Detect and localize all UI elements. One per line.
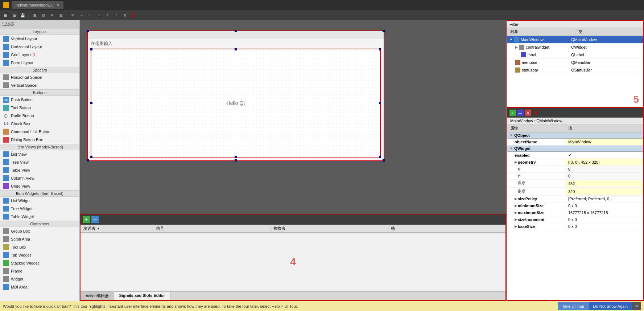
widget-item-push-button[interactable]: OK Push Button xyxy=(0,96,79,104)
do-not-show-button[interactable]: Do Not Show Again xyxy=(589,302,632,310)
align-right-button[interactable]: ⊣ xyxy=(95,11,103,19)
outer-handle-bc[interactable] xyxy=(235,159,237,161)
signals-add-button[interactable]: + xyxy=(83,216,90,223)
col-signal[interactable]: 信号 xyxy=(153,225,271,232)
props-row-sizeincrement[interactable]: ▶ sizeIncrement 0 x 0 xyxy=(507,216,643,223)
widget-item-tool-box[interactable]: Tool Box xyxy=(0,243,79,251)
height-value[interactable]: 320 xyxy=(565,188,643,195)
sizepolicy-value[interactable]: [Preferred, Preferred, 0,... xyxy=(565,196,643,202)
widget-item-form-layout[interactable]: Form Layout xyxy=(0,59,79,67)
props-add-button[interactable]: + xyxy=(509,110,516,116)
handle-tr[interactable] xyxy=(379,48,381,50)
props-row-width[interactable]: 宽度 452 xyxy=(507,180,643,188)
inspector-row-centralwidget[interactable]: ▶ centralwidget QWidget xyxy=(507,44,643,51)
x-value[interactable]: 0 xyxy=(565,166,643,172)
widget-item-vertical-layout[interactable]: Vertical Layout xyxy=(0,35,79,43)
status-close-button[interactable]: ✕ xyxy=(632,302,641,310)
col-slot[interactable]: 槽 xyxy=(388,225,505,232)
basesize-value[interactable]: 0 x 0 xyxy=(565,223,643,230)
widget-item-group-box[interactable]: Group Box xyxy=(0,227,79,235)
props-row-height[interactable]: 高度 320 xyxy=(507,188,643,196)
handle-tl[interactable] xyxy=(90,48,92,50)
widget-item-column-view[interactable]: Column View xyxy=(0,174,79,182)
adjust-size-button[interactable]: ↔ xyxy=(78,11,86,19)
inspector-row-menubar[interactable]: menubar QMenuBar xyxy=(507,59,643,66)
new-button[interactable]: ⊞ xyxy=(1,11,9,19)
widget-item-vertical-spacer[interactable]: Vertical Spacer xyxy=(0,81,79,89)
take-tour-button[interactable]: Take UI Tour xyxy=(558,302,589,310)
main-window-widget[interactable]: 在这里输入 Hello Qt xyxy=(87,30,384,161)
props-row-geometry[interactable]: ▶ geometry [(0, 0), 452 x 320] xyxy=(507,159,643,166)
handle-bl[interactable] xyxy=(90,156,92,158)
props-close-button[interactable]: ✕ xyxy=(525,110,531,116)
tab-signals-slots[interactable]: Signals and Slots Editor xyxy=(114,292,171,300)
tab-action-editor[interactable]: Action编辑器 xyxy=(80,292,114,300)
widget-item-tree-view[interactable]: Tree View xyxy=(0,158,79,166)
widget-item-horizontal-spacer[interactable]: Horizontal Spacer xyxy=(0,73,79,81)
layout-form-button[interactable]: ▥ xyxy=(57,11,65,19)
handle-ml[interactable] xyxy=(90,102,92,104)
outer-handle-tr[interactable] xyxy=(383,30,385,32)
widget-item-tool-button[interactable]: Tool Button xyxy=(0,104,79,112)
open-button[interactable]: 🗁 xyxy=(10,11,18,19)
col-receiver[interactable]: 接收者 xyxy=(271,225,388,232)
geometry-value[interactable]: [(0, 0), 452 x 320] xyxy=(565,159,643,165)
color-button[interactable]: ⊠ xyxy=(121,11,129,19)
handle-bc[interactable] xyxy=(235,156,237,158)
minsize-value[interactable]: 0 x 0 xyxy=(565,202,643,209)
props-group-qwidget[interactable]: ▼ QWidget xyxy=(507,146,643,152)
align-top-button[interactable]: ⊤ xyxy=(104,11,112,19)
widget-item-table-view[interactable]: Table View xyxy=(0,166,79,174)
widget-item-stacked-widget[interactable]: Stacked Widget xyxy=(0,259,79,267)
handle-mr[interactable] xyxy=(379,102,381,104)
widget-item-mdi-area[interactable]: MDI Area xyxy=(0,283,79,291)
props-remove-button[interactable]: — xyxy=(517,110,524,116)
inspector-row-label[interactable]: label QLabel xyxy=(507,51,643,59)
designer-canvas[interactable]: 3 在这里输入 Hello Qt xyxy=(80,20,506,214)
widget-item-widget[interactable]: Widget xyxy=(0,275,79,283)
widget-item-grid-layout[interactable]: Grid Layout 1 xyxy=(0,51,79,59)
widget-item-scroll-area[interactable]: Scroll Area xyxy=(0,235,79,243)
align-left-button[interactable]: ⊢ xyxy=(86,11,94,19)
layout-v-button[interactable]: ▦ xyxy=(31,11,39,19)
widget-item-check-box[interactable]: ☑ Check Box xyxy=(0,120,79,128)
widget-item-horizontal-layout[interactable]: Horizontal Layout xyxy=(0,43,79,51)
inspector-row-mainwindow[interactable]: ▼ MainWindow QMainWindow xyxy=(507,36,643,44)
props-row-objectname[interactable]: objectName MainWindow xyxy=(507,139,643,146)
inspector-row-statusbar[interactable]: statusbar QStatusBar xyxy=(507,66,643,74)
props-row-maxsize[interactable]: ▶ maximumSize 16777215 x 16777215 xyxy=(507,209,643,216)
props-row-enabled[interactable]: enabled ✔ xyxy=(507,152,643,159)
outer-handle-tc[interactable] xyxy=(235,30,237,32)
widget-item-radio-button[interactable]: ⊙ Radio Button xyxy=(0,112,79,120)
widget-item-tab-widget[interactable]: Tab Widget xyxy=(0,251,79,259)
signals-remove-button[interactable]: — xyxy=(91,216,99,223)
handle-br[interactable] xyxy=(379,156,381,158)
widget-item-frame[interactable]: Frame xyxy=(0,267,79,275)
outer-handle-bl[interactable] xyxy=(87,159,89,161)
widget-item-table-widget[interactable]: Table Widget xyxy=(0,213,79,221)
maxsize-value[interactable]: 16777215 x 16777215 xyxy=(565,209,643,216)
widget-item-list-view[interactable]: List View xyxy=(0,150,79,158)
enabled-value[interactable]: ✔ xyxy=(565,152,643,159)
central-widget[interactable]: Hello Qt xyxy=(91,49,381,157)
outer-handle-br[interactable] xyxy=(383,159,385,161)
width-value[interactable]: 452 xyxy=(565,180,643,187)
props-row-sizepolicy[interactable]: ▶ sizePolicy [Preferred, Preferred, 0,..… xyxy=(507,196,643,202)
tab-close-icon[interactable]: ✕ xyxy=(57,3,59,7)
y-value[interactable]: 0 xyxy=(565,173,643,179)
widget-item-list-widget[interactable]: List Widget xyxy=(0,197,79,205)
align-bottom-button[interactable]: ⊥ xyxy=(112,11,120,19)
widget-item-undo-view[interactable]: Undo View xyxy=(0,182,79,190)
col-sender[interactable]: 发送者 ▲ xyxy=(80,225,153,232)
widget-item-dialog-button[interactable]: Dialog Button Box xyxy=(0,136,79,144)
props-group-qobject[interactable]: ▼ QObject xyxy=(507,132,643,139)
layout-h-button[interactable]: ▤ xyxy=(40,11,48,19)
title-tab-mainwindow[interactable]: helloqt/mainwindow.ui ✕ xyxy=(12,1,63,9)
break-layout-button[interactable]: ⊟ xyxy=(69,11,77,19)
save-button[interactable]: 💾 xyxy=(19,11,27,19)
outer-handle-tl[interactable] xyxy=(87,30,89,32)
widget-item-tree-widget[interactable]: Tree Widget xyxy=(0,205,79,213)
widget-item-command-link[interactable]: Command Link Button xyxy=(0,128,79,136)
objectname-value[interactable]: MainWindow xyxy=(565,139,643,145)
props-row-basesize[interactable]: ▶ baseSize 0 x 0 xyxy=(507,223,643,230)
